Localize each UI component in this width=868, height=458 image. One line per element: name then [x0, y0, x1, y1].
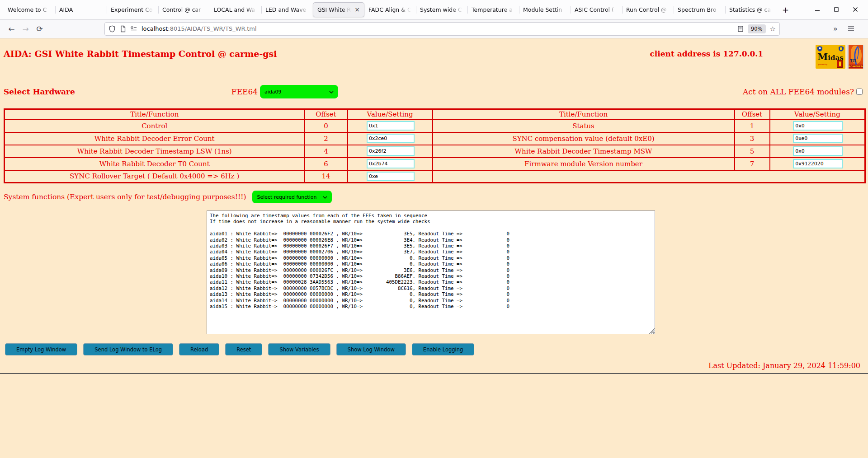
- tab-label: Control @ car: [162, 6, 206, 13]
- send-log-to-elog-button[interactable]: Send Log Window to ELog: [83, 343, 173, 355]
- tab-label: Spectrum Bro: [678, 6, 721, 13]
- page-content: AIDA: GSI White Rabbit Timestamp Control…: [0, 38, 868, 374]
- tab-control[interactable]: Control @ car: [158, 0, 210, 19]
- tab-led-and-waveform[interactable]: LED and Wave: [261, 0, 313, 19]
- midas-mini-badge: [837, 60, 843, 68]
- connection-icon[interactable]: [130, 26, 137, 32]
- register-offset: 3: [735, 132, 770, 145]
- register-title: Firmware module Version number: [433, 158, 735, 170]
- tab-gsi-white-rabbit-active[interactable]: GSI White R ×: [313, 2, 364, 17]
- register-offset: 4: [305, 145, 348, 158]
- register-value-input[interactable]: [367, 159, 415, 168]
- tab-system-wide[interactable]: System wide C: [416, 0, 467, 19]
- register-value-input[interactable]: [793, 146, 843, 156]
- browser-nav-bar: ← → ⟳ localhost:8015/AIDA/TS_WR/TS_WR.tm…: [0, 19, 868, 38]
- act-on-all-checkbox[interactable]: [856, 89, 863, 95]
- register-offset: 0: [305, 120, 348, 132]
- window-maximize-button[interactable]: [834, 7, 839, 12]
- tab-close-icon[interactable]: ×: [352, 6, 360, 13]
- fee64-select[interactable]: aida09: [260, 85, 338, 98]
- register-value-input[interactable]: [367, 172, 415, 181]
- url-text[interactable]: localhost:8015/AIDA/TS_WR/TS_WR.tml: [142, 25, 257, 32]
- tab-asic-control[interactable]: ASIC Control (: [571, 0, 622, 19]
- table-row: SYNC Rollover Target ( Default 0x4000 =>…: [5, 170, 865, 183]
- show-variables-button[interactable]: Show Variables: [268, 343, 330, 355]
- register-value-input[interactable]: [793, 121, 843, 131]
- tab-statistics[interactable]: Statistics @ ca: [725, 0, 777, 19]
- page-title: AIDA: GSI White Rabbit Timestamp Control…: [4, 49, 277, 59]
- tab-local-and-wr[interactable]: LOCAL and Wa: [210, 0, 261, 19]
- back-button[interactable]: ←: [5, 24, 19, 33]
- col-header-title-function: Title/Function: [5, 109, 305, 120]
- log-window-wrapper: The following are timestamp values from …: [207, 210, 655, 334]
- register-value-input[interactable]: [367, 134, 415, 143]
- reset-button[interactable]: Reset: [225, 343, 262, 355]
- enable-logging-button[interactable]: Enable Logging: [412, 343, 474, 355]
- reader-mode-icon[interactable]: [737, 25, 744, 33]
- tab-aida[interactable]: AIDA: [55, 0, 107, 19]
- url-host: localhost: [142, 25, 168, 32]
- register-title: SYNC Rollover Target ( Default 0x4000 =>…: [5, 170, 305, 183]
- register-value-input[interactable]: [367, 121, 415, 131]
- window-close-button[interactable]: [853, 7, 858, 12]
- page-header: AIDA: GSI White Rabbit Timestamp Control…: [0, 38, 868, 69]
- table-row: White Rabbit Decoder T0 Count 6 Firmware…: [5, 158, 865, 170]
- tab-temperature[interactable]: Temperature a: [467, 0, 519, 19]
- menu-hamburger-icon[interactable]: [848, 24, 854, 33]
- register-title: Status: [433, 120, 735, 132]
- window-minimize-button[interactable]: [815, 7, 820, 12]
- window-controls: [815, 7, 868, 12]
- act-on-all-label: Act on ALL FEE64 modules?: [743, 87, 854, 96]
- col-header-title-function: Title/Function: [433, 109, 735, 120]
- empty-log-window-button[interactable]: Empty Log Window: [5, 343, 77, 355]
- register-value-input[interactable]: [793, 159, 843, 168]
- log-window-textarea[interactable]: The following are timestamp values from …: [207, 210, 655, 334]
- system-function-select[interactable]: Select required function: [252, 191, 332, 203]
- reload-page-button[interactable]: Reload: [179, 343, 219, 355]
- register-offset: 1: [735, 120, 770, 132]
- register-title: Control: [5, 120, 305, 132]
- table-row: White Rabbit Decoder Error Count 2 SYNC …: [5, 132, 865, 145]
- midas-logo-subtext: proved by: [818, 63, 827, 65]
- col-header-offset: Offset: [305, 109, 348, 120]
- register-title: SYNC compensation value (default 0xE0): [433, 132, 735, 145]
- client-address-text: client address is 127.0.0.1: [650, 49, 763, 58]
- midas-logo[interactable]: Midas proved by: [816, 45, 845, 69]
- tab-label: LED and Wave: [265, 6, 309, 13]
- register-value-input[interactable]: [367, 146, 415, 156]
- reload-button[interactable]: ⟳: [33, 24, 47, 33]
- tab-welcome[interactable]: Welcome to C: [4, 0, 55, 19]
- empty-cell: [433, 170, 865, 183]
- bookmark-star-icon[interactable]: ☆: [770, 25, 776, 33]
- chevron-down-icon: [329, 89, 334, 95]
- address-bar[interactable]: localhost:8015/AIDA/TS_WR/TS_WR.tml 90% …: [104, 22, 780, 36]
- new-tab-button[interactable]: +: [777, 5, 794, 14]
- chevron-down-icon: [323, 194, 327, 200]
- tab-run-control[interactable]: Run Control @: [622, 0, 674, 19]
- tab-label: Statistics @ ca: [729, 6, 773, 13]
- zoom-level-badge[interactable]: 90%: [748, 24, 766, 33]
- toolbar-overflow-icon[interactable]: »: [833, 24, 837, 33]
- tcl-powered-logo[interactable]: TCL POWERED: [847, 45, 864, 69]
- register-offset: 7: [735, 158, 770, 170]
- select-hardware-row: Select Hardware FEE64 aida09 Act on ALL …: [0, 85, 868, 98]
- forward-button[interactable]: →: [19, 24, 33, 33]
- tcl-powered-text: POWERED: [849, 65, 863, 68]
- registers-table: Title/Function Offset Value/Setting Titl…: [4, 108, 866, 183]
- tab-label: GSI White R: [317, 6, 352, 13]
- page-info-icon[interactable]: [120, 25, 126, 33]
- tab-spectrum-browser[interactable]: Spectrum Bro: [674, 0, 725, 19]
- tab-module-settings[interactable]: Module Settin: [519, 0, 571, 19]
- tab-label: System wide C: [420, 6, 463, 13]
- table-row: White Rabbit Decoder Timestamp LSW (1ns)…: [5, 145, 865, 158]
- tab-label: FADC Align & C: [368, 6, 412, 13]
- tab-label: Module Settin: [523, 6, 566, 13]
- show-log-window-button[interactable]: Show Log Window: [336, 343, 406, 355]
- register-title: White Rabbit Decoder T0 Count: [5, 158, 305, 170]
- tab-fadc-align[interactable]: FADC Align & C: [364, 0, 416, 19]
- action-buttons-row: Empty Log Window Send Log Window to ELog…: [5, 343, 868, 355]
- shield-icon[interactable]: [108, 25, 116, 33]
- table-header-row: Title/Function Offset Value/Setting Titl…: [5, 109, 865, 120]
- tab-experiment-control[interactable]: Experiment Co: [107, 0, 158, 19]
- register-value-input[interactable]: [793, 134, 843, 143]
